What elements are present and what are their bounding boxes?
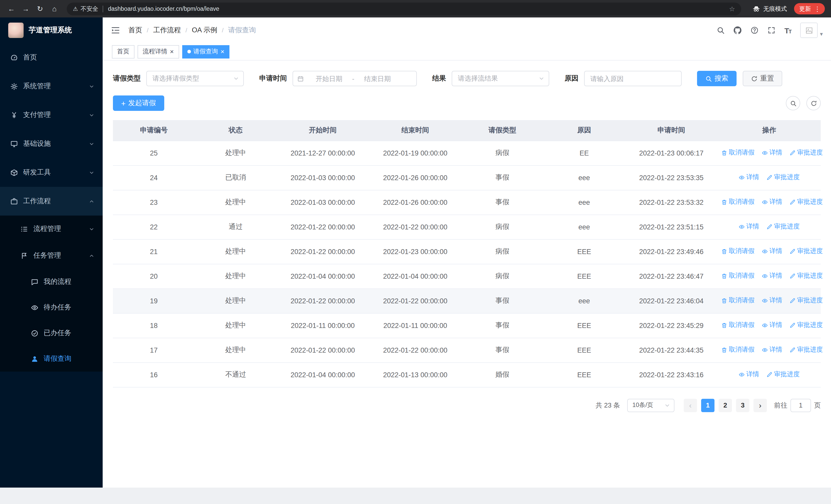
breadcrumb-item[interactable]: OA 示例 [192, 26, 217, 35]
result-label: 结果 [432, 74, 446, 83]
end-date-input[interactable] [355, 75, 400, 82]
reason-input[interactable] [590, 75, 676, 82]
action-detail-link[interactable]: 详情 [762, 247, 782, 256]
close-icon[interactable]: × [221, 48, 224, 55]
page-content: 请假类型 请选择请假类型 申请时间 - [103, 61, 831, 487]
url-text[interactable]: dashboard.yudao.iocoder.cn/bpm/oa/leave [108, 6, 220, 12]
table-row[interactable]: 22通过2022-01-22 00:00:002022-01-22 00:00:… [113, 214, 821, 239]
tab-home[interactable]: 首页 [112, 45, 135, 58]
goto-page-input[interactable] [791, 398, 811, 412]
cell-reason: eee [543, 190, 625, 214]
edit-icon [790, 199, 796, 205]
table-row[interactable]: 25处理中2021-12-27 00:00:002022-01-19 00:00… [113, 141, 821, 165]
action-progress-link[interactable]: 审批进度 [766, 370, 800, 379]
sidebar-item-process-management[interactable]: 流程管理 [0, 215, 103, 242]
close-icon[interactable]: × [170, 48, 174, 55]
help-icon[interactable] [750, 26, 758, 34]
table-row[interactable]: 19处理中2022-01-22 00:00:002022-01-22 00:00… [113, 289, 821, 313]
sidebar-item-todo-tasks[interactable]: 待办任务 [0, 295, 103, 320]
table-row[interactable]: 20处理中2022-01-04 00:00:002022-01-04 00:00… [113, 264, 821, 289]
action-progress-link[interactable]: 审批进度 [790, 346, 823, 354]
breadcrumb-item[interactable]: 工作流程 [153, 26, 181, 35]
tab-process-detail[interactable]: 流程详情× [138, 45, 179, 58]
date-range-picker[interactable]: - [292, 71, 417, 86]
sidebar-item-workflow[interactable]: 工作流程 [0, 187, 103, 215]
github-icon[interactable] [734, 26, 742, 34]
sidebar-item-home[interactable]: 首页 [0, 43, 103, 72]
security-label[interactable]: 不安全 [81, 5, 98, 12]
action-progress-link[interactable]: 审批进度 [790, 247, 823, 256]
create-leave-button[interactable]: + 发起请假 [113, 95, 164, 111]
home-button[interactable]: ⌂ [48, 3, 61, 15]
font-size-icon[interactable]: TT [784, 26, 791, 35]
sidebar-item-payment[interactable]: 支付管理 [0, 100, 103, 129]
menu-dots-icon[interactable]: ⋮ [812, 5, 823, 12]
tab-leave-query[interactable]: 请假查询× [182, 45, 229, 58]
table-row[interactable]: 24已取消2022-01-03 00:00:002022-01-26 00:00… [113, 165, 821, 190]
collapse-sidebar-icon[interactable] [111, 26, 120, 35]
table-row[interactable]: 17处理中2022-01-22 00:00:002022-01-22 00:00… [113, 338, 821, 362]
sidebar-item-infrastructure[interactable]: 基础设施 [0, 129, 103, 158]
forward-button[interactable]: → [20, 3, 32, 15]
sidebar-item-system[interactable]: 系统管理 [0, 72, 103, 100]
page-button[interactable]: 3 [736, 398, 749, 412]
action-progress-link[interactable]: 审批进度 [790, 296, 823, 305]
action-detail-link[interactable]: 详情 [762, 149, 782, 157]
sidebar-item-task-management[interactable]: 任务管理 [0, 242, 103, 269]
action-cancel-link[interactable]: 取消请假 [721, 321, 754, 330]
action-progress-link[interactable]: 审批进度 [790, 198, 823, 207]
search-icon[interactable] [717, 26, 725, 34]
leave-type-select[interactable]: 请选择请假类型 [146, 71, 244, 86]
sidebar-item-my-process[interactable]: 我的流程 [0, 269, 103, 295]
action-progress-link[interactable]: 审批进度 [766, 173, 800, 182]
action-progress-link[interactable]: 审批进度 [790, 272, 823, 280]
action-detail-link[interactable]: 详情 [762, 346, 782, 354]
prev-page-button[interactable]: ‹ [684, 398, 697, 412]
action-cancel-link[interactable]: 取消请假 [721, 346, 754, 354]
table-row[interactable]: 21处理中2022-01-22 00:00:002022-01-23 00:00… [113, 239, 821, 264]
search-button[interactable]: 搜索 [697, 71, 737, 86]
action-detail-link[interactable]: 详情 [739, 223, 759, 231]
action-progress-link[interactable]: 审批进度 [790, 149, 823, 157]
table-row[interactable]: 18处理中2022-01-11 00:00:002022-01-11 00:00… [113, 313, 821, 338]
action-detail-link[interactable]: 详情 [739, 173, 759, 182]
toggle-search-button[interactable] [786, 96, 800, 110]
user-icon [31, 355, 38, 363]
update-button[interactable]: 更新 ⋮ [794, 3, 825, 14]
page-size-select[interactable]: 10条/页 [627, 398, 675, 412]
table-row[interactable]: 23处理中2022-01-03 00:00:002022-01-26 00:00… [113, 190, 821, 214]
reset-button[interactable]: 重置 [743, 71, 782, 86]
bookmark-star-icon[interactable]: ☆ [729, 5, 735, 12]
action-detail-link[interactable]: 详情 [762, 272, 782, 280]
action-cancel-link[interactable]: 取消请假 [721, 149, 754, 157]
caret-down-icon[interactable]: ▾ [820, 31, 823, 37]
sidebar-item-done-tasks[interactable]: 已办任务 [0, 320, 103, 346]
page-button[interactable]: 1 [701, 398, 715, 412]
action-detail-link[interactable]: 详情 [762, 198, 782, 207]
back-button[interactable]: ← [5, 3, 18, 15]
action-cancel-link[interactable]: 取消请假 [721, 296, 754, 305]
start-date-input[interactable] [307, 75, 351, 82]
table-row[interactable]: 16不通过2022-01-04 00:00:002022-01-13 00:00… [113, 362, 821, 387]
action-cancel-link[interactable]: 取消请假 [721, 272, 754, 280]
action-cancel-link[interactable]: 取消请假 [721, 247, 754, 256]
action-progress-link[interactable]: 审批进度 [790, 321, 823, 330]
action-progress-link[interactable]: 审批进度 [766, 223, 800, 231]
action-detail-link[interactable]: 详情 [762, 296, 782, 305]
sidebar-item-devtools[interactable]: 研发工具 [0, 158, 103, 187]
fullscreen-icon[interactable] [767, 26, 776, 34]
sidebar-item-leave-query[interactable]: 请假查询 [0, 346, 103, 372]
reload-button[interactable]: ↻ [34, 3, 46, 15]
user-avatar[interactable] [800, 23, 818, 38]
page-button[interactable]: 2 [719, 398, 732, 412]
action-cancel-link[interactable]: 取消请假 [721, 198, 754, 207]
action-detail-link[interactable]: 详情 [739, 370, 759, 379]
next-page-button[interactable]: › [753, 398, 767, 412]
cell-status: 处理中 [195, 141, 277, 165]
action-detail-link[interactable]: 详情 [762, 321, 782, 330]
breadcrumb-item[interactable]: 首页 [128, 26, 142, 35]
chevron-up-icon [89, 253, 94, 259]
url-bar[interactable]: ⚠ 不安全 dashboard.yudao.iocoder.cn/bpm/oa/… [67, 2, 741, 15]
refresh-table-button[interactable] [806, 96, 821, 110]
result-select[interactable]: 请选择流结果 [452, 71, 549, 86]
